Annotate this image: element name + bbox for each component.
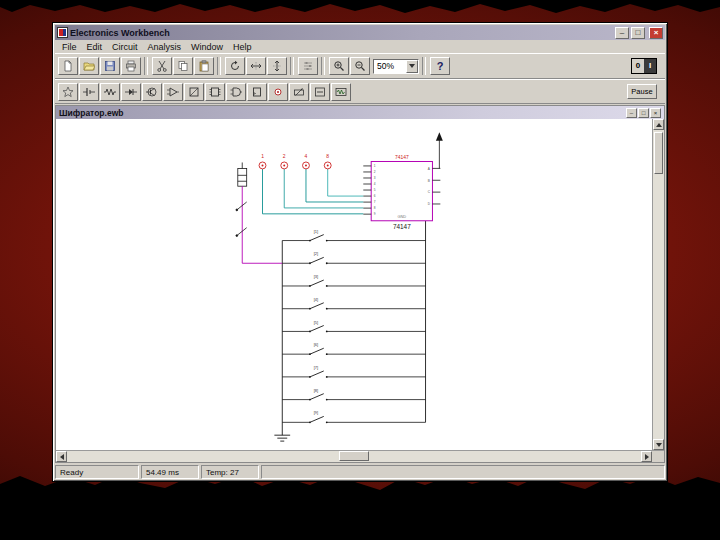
switch-row[interactable]: [6] [282, 342, 425, 355]
vertical-scroll-thumb[interactable] [654, 132, 663, 174]
minimize-button[interactable]: – [615, 27, 629, 39]
paste-button[interactable] [194, 57, 214, 75]
status-ready: Ready [55, 465, 139, 479]
vertical-scrollbar[interactable] [652, 119, 664, 450]
scroll-down-button[interactable] [653, 439, 664, 450]
encoder-chip-74147[interactable]: 74147 GND 74147 123456789ABCD [363, 155, 440, 230]
open-button[interactable] [79, 57, 99, 75]
switch-row[interactable]: [5] [282, 320, 425, 333]
svg-text:[5]: [5] [314, 320, 318, 325]
menu-help[interactable]: Help [228, 42, 257, 52]
horizontal-scroll-track[interactable] [67, 451, 641, 462]
svg-text:8: 8 [326, 154, 329, 159]
rotate-icon [229, 60, 241, 72]
scroll-right-button[interactable] [641, 451, 652, 462]
chip-gnd-label: GND [397, 214, 406, 219]
schematic-drawing: 74147 GND 74147 123456789ABCD 1248 [1][2… [56, 119, 652, 450]
flip-horizontal-button[interactable] [246, 57, 266, 75]
miscellaneous-icon [313, 86, 327, 98]
flip-flop-icon [250, 86, 264, 98]
pause-button[interactable]: Pause [627, 84, 657, 99]
cut-button[interactable] [152, 57, 172, 75]
menu-window[interactable]: Window [186, 42, 228, 52]
zoom-in-button[interactable] [329, 57, 349, 75]
instruments-bin-button[interactable] [331, 83, 351, 101]
svg-text:7: 7 [374, 200, 376, 204]
zoom-level-select[interactable]: 50% [373, 59, 419, 74]
close-button[interactable]: × [649, 27, 663, 39]
scroll-up-icon [656, 123, 662, 127]
sources-bin-button[interactable] [79, 83, 99, 101]
bus-wires[interactable] [282, 221, 425, 435]
logic-gates-bin-button[interactable] [226, 83, 246, 101]
diodes-bin-button[interactable] [121, 83, 141, 101]
ground-symbol[interactable] [274, 435, 290, 441]
component-properties-button[interactable] [298, 57, 318, 75]
status-sim-time: 54.49 ms [141, 465, 199, 479]
svg-text:8: 8 [374, 206, 376, 210]
power-switch[interactable]: 0 I [631, 58, 657, 74]
digital-ics-bin-button[interactable] [205, 83, 225, 101]
switch-row[interactable]: [4] [282, 297, 425, 310]
switch-row[interactable]: [1] [282, 229, 425, 242]
horizontal-scroll-thumb[interactable] [339, 451, 369, 461]
vcc-symbol[interactable] [436, 132, 443, 168]
power-off-label[interactable]: 0 [632, 59, 644, 73]
transistors-bin-button[interactable] [142, 83, 162, 101]
zoom-dropdown-button[interactable] [406, 60, 418, 73]
document-title: Шифратор.ewb [59, 108, 625, 118]
diode-icon [124, 86, 138, 98]
controls-bin-button[interactable] [289, 83, 309, 101]
menu-circuit[interactable]: Circuit [107, 42, 143, 52]
open-folder-icon [83, 60, 95, 72]
new-file-icon [62, 60, 74, 72]
document-minimize-button[interactable]: – [626, 108, 637, 118]
switch-rows: [1][2][3][4][5][6][7][8][9] [282, 229, 425, 424]
new-button[interactable] [58, 57, 78, 75]
window-title: Electronics Workbench [70, 28, 613, 38]
scroll-up-button[interactable] [653, 119, 664, 130]
schematic-canvas[interactable]: 74147 GND 74147 123456789ABCD 1248 [1][2… [56, 119, 652, 450]
document-title-bar[interactable]: Шифратор.ewb – □ × [56, 106, 664, 119]
miscellaneous-bin-button[interactable] [310, 83, 330, 101]
power-on-label[interactable]: I [644, 59, 656, 73]
analog-ics-bin-button[interactable] [163, 83, 183, 101]
scroll-down-icon [656, 443, 662, 447]
save-button[interactable] [100, 57, 120, 75]
zoom-out-button[interactable] [350, 57, 370, 75]
document-maximize-button[interactable]: □ [638, 108, 649, 118]
digital-bin-button[interactable] [247, 83, 267, 101]
toolbar-separator [217, 57, 221, 75]
menu-edit[interactable]: Edit [82, 42, 108, 52]
document-close-button[interactable]: × [650, 108, 661, 118]
switch-row[interactable]: [7] [282, 365, 425, 378]
print-button[interactable] [121, 57, 141, 75]
menu-file[interactable]: File [57, 42, 82, 52]
switch-row[interactable]: [3] [282, 274, 425, 287]
svg-text:4: 4 [374, 182, 376, 186]
app-window: Electronics Workbench – □ × File Edit Ci… [52, 22, 668, 482]
inline-switches[interactable] [236, 202, 247, 236]
battery-component[interactable] [238, 162, 247, 186]
menu-analysis[interactable]: Analysis [143, 42, 187, 52]
basic-bin-button[interactable] [100, 83, 120, 101]
help-button[interactable]: ? [430, 57, 450, 75]
horizontal-scrollbar[interactable] [56, 450, 664, 462]
maximize-button[interactable]: □ [631, 27, 645, 39]
rotate-button[interactable] [225, 57, 245, 75]
favorites-bin-button[interactable] [58, 83, 78, 101]
svg-text:4: 4 [305, 154, 308, 159]
mixed-ics-bin-button[interactable] [184, 83, 204, 101]
switch-row[interactable]: [9] [282, 410, 425, 423]
switch-row[interactable]: [2] [282, 251, 425, 264]
scroll-left-button[interactable] [56, 451, 67, 462]
sources-icon [82, 86, 96, 98]
svg-text:9: 9 [374, 212, 376, 216]
probe-indicators[interactable]: 1248 [259, 154, 363, 214]
svg-text:6: 6 [374, 194, 376, 198]
title-bar[interactable]: Electronics Workbench – □ × [55, 25, 665, 40]
flip-vertical-button[interactable] [267, 57, 287, 75]
copy-button[interactable] [173, 57, 193, 75]
switch-row[interactable]: [8] [282, 388, 425, 401]
indicators-bin-button[interactable] [268, 83, 288, 101]
